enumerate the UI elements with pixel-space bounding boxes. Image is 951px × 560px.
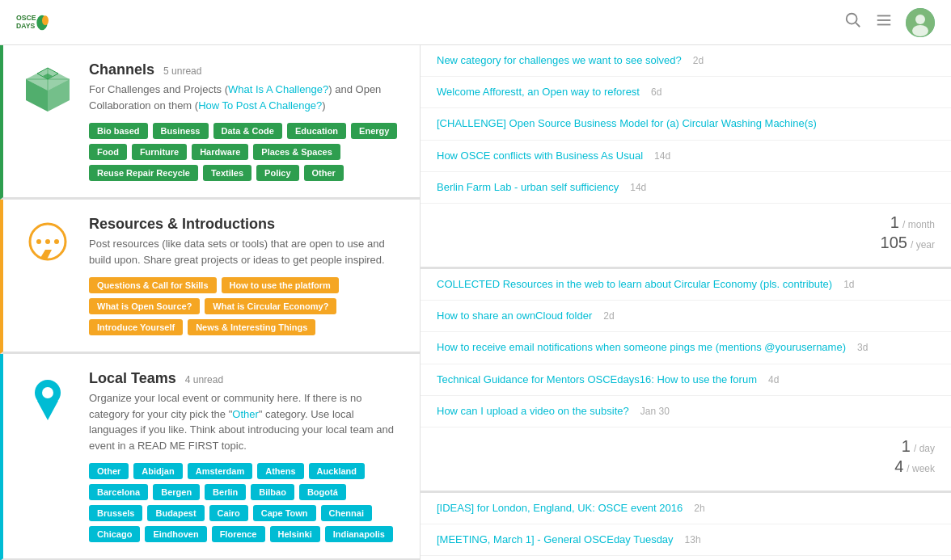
tag-what-is-open-source?[interactable]: What is Open Source? <box>89 298 200 314</box>
topic-time: 2d <box>693 55 704 66</box>
channels-topics-section: New category for challenges we want to s… <box>421 45 951 269</box>
topic-content: Technical Guidance for Mentors OSCEdays1… <box>437 373 779 387</box>
topic-item[interactable]: [MEETING, March 1] - General OSCEday Tue… <box>421 524 951 556</box>
topic-link[interactable]: Technical Guidance for Mentors OSCEdays1… <box>437 373 757 387</box>
topic-item[interactable]: Technical Guidance for Mentors OSCEdays1… <box>421 364 951 396</box>
tag-chicago[interactable]: Chicago <box>89 526 140 542</box>
topic-item[interactable]: How to share an ownCloud folder 2d <box>421 301 951 332</box>
tag-other[interactable]: Other <box>304 165 344 181</box>
channels-icon <box>19 61 76 181</box>
other-link[interactable]: Other <box>232 408 259 420</box>
tag-energy[interactable]: Energy <box>351 123 397 139</box>
local-teams-content: Local Teams 4 unread Organize your local… <box>89 370 404 542</box>
svg-point-11 <box>912 25 928 36</box>
topic-link[interactable]: New category for challenges we want to s… <box>437 53 682 68</box>
topic-item[interactable]: Welcome Afforestt, an Open way to refore… <box>421 77 951 108</box>
tag-bilbao[interactable]: Bilbao <box>251 484 294 500</box>
topic-link[interactable]: How OSCE conflicts with Business As Usua… <box>437 149 643 163</box>
resources-description: Post resources (like data sets or tools)… <box>89 236 404 267</box>
what-is-challenge-link[interactable]: What Is A Challenge? <box>228 83 328 95</box>
topic-item[interactable]: How OSCE conflicts with Business As Usua… <box>421 141 951 172</box>
tag-cape-town[interactable]: Cape Town <box>253 505 316 521</box>
svg-text:DAYS: DAYS <box>16 21 35 29</box>
tag-auckland[interactable]: Auckland <box>309 463 366 479</box>
tag-furniture[interactable]: Furniture <box>132 144 187 160</box>
topic-link[interactable]: [IDEAS] for London, England, UK: OSCE ev… <box>437 501 683 516</box>
tag-data-&-code[interactable]: Data & Code <box>213 123 282 139</box>
topic-item[interactable]: Berlin Farm Lab - urban self sufficiency… <box>421 172 951 204</box>
topic-item[interactable]: New category for challenges we want to s… <box>421 45 951 77</box>
tag-chennai[interactable]: Chennai <box>321 505 372 521</box>
tag-news-&-interesting-things[interactable]: News & Interesting Things <box>188 319 315 335</box>
topic-link[interactable]: How to receive email notifications when … <box>437 340 846 355</box>
tag-cairo[interactable]: Cairo <box>209 505 248 521</box>
tag-textiles[interactable]: Textiles <box>203 165 251 181</box>
tag-abidjan[interactable]: Abidjan <box>133 463 182 479</box>
stat-unit: / day <box>914 443 935 454</box>
topic-item[interactable]: COLLECTED Resources in the web to learn … <box>421 269 951 301</box>
tag-hardware[interactable]: Hardware <box>192 144 248 160</box>
topic-content: Welcome Afforestt, an Open way to refore… <box>437 85 661 99</box>
tag-places-&-spaces[interactable]: Places & Spaces <box>253 144 340 160</box>
tag-education[interactable]: Education <box>287 123 346 139</box>
topic-item[interactable]: [CHALLENGE] Open Source Business Model f… <box>421 108 951 140</box>
svg-point-4 <box>847 14 857 24</box>
tag-bogotá[interactable]: Bogotá <box>299 484 346 500</box>
channels-content: Channels 5 unread For Challenges and Pro… <box>89 61 404 181</box>
tag-indianapolis[interactable]: Indianapolis <box>325 526 393 542</box>
local-teams-topics-section: [IDEAS] for London, England, UK: OSCE ev… <box>421 493 951 560</box>
topic-link[interactable]: Welcome Afforestt, an Open way to refore… <box>437 85 640 99</box>
resources-topics-list: COLLECTED Resources in the web to learn … <box>421 269 951 427</box>
topic-item[interactable]: Shaping Global Value Creation: Plenary M… <box>421 556 951 560</box>
tag-athens[interactable]: Athens <box>257 463 303 479</box>
channels-description: For Challenges and Projects (What Is A C… <box>89 82 404 113</box>
search-icon[interactable] <box>844 11 862 33</box>
header: OSCE DAYS <box>0 0 951 45</box>
topic-item[interactable]: How to receive email notifications when … <box>421 332 951 364</box>
topic-content: [CHALLENGE] Open Source Business Model f… <box>437 116 935 131</box>
tag-berlin[interactable]: Berlin <box>205 484 246 500</box>
topic-link[interactable]: How to share an ownCloud folder <box>437 309 592 323</box>
tag-bergen[interactable]: Bergen <box>153 484 200 500</box>
tag-barcelona[interactable]: Barcelona <box>89 484 148 500</box>
svg-marker-26 <box>37 401 58 420</box>
avatar[interactable] <box>906 8 935 37</box>
logo[interactable]: OSCE DAYS <box>16 6 49 39</box>
topic-content: [IDEAS] for London, England, UK: OSCE ev… <box>437 501 705 516</box>
topic-item[interactable]: [IDEAS] for London, England, UK: OSCE ev… <box>421 493 951 524</box>
topic-time: 14d <box>654 150 670 162</box>
topic-link[interactable]: [CHALLENGE] Open Source Business Model f… <box>437 117 817 129</box>
how-to-post-link[interactable]: How To Post A Challenge? <box>198 99 322 112</box>
topic-link[interactable]: Berlin Farm Lab - urban self sufficiency <box>437 180 619 195</box>
menu-icon[interactable] <box>875 11 893 33</box>
tag-bio-based[interactable]: Bio based <box>89 123 148 139</box>
stat-unit: / year <box>911 239 935 251</box>
tag-other[interactable]: Other <box>89 463 129 479</box>
topic-link[interactable]: How can I upload a video on the subsite? <box>437 404 629 419</box>
tag-how-to-use-the-platform[interactable]: How to use the platform <box>222 277 339 293</box>
left-panel: Channels 5 unread For Challenges and Pro… <box>0 45 421 560</box>
tag-food[interactable]: Food <box>89 144 127 160</box>
stat-line: 4 / week <box>894 457 935 476</box>
tag-helsinki[interactable]: Helsinki <box>270 526 320 542</box>
topic-time: 2h <box>694 503 704 514</box>
topic-item[interactable]: How can I upload a video on the subsite?… <box>421 396 951 427</box>
header-icons <box>844 8 935 37</box>
tag-what-is-circular-economy?[interactable]: What is Circular Economy? <box>205 298 336 314</box>
tag-eindhoven[interactable]: Eindhoven <box>145 526 206 542</box>
tag-budapest[interactable]: Budapest <box>147 505 204 521</box>
topic-link[interactable]: COLLECTED Resources in the web to learn … <box>437 277 832 292</box>
svg-marker-24 <box>40 250 52 259</box>
tag-business[interactable]: Business <box>153 123 209 139</box>
tag-florence[interactable]: Florence <box>212 526 265 542</box>
tag-reuse-repair-recycle[interactable]: Reuse Repair Recycle <box>89 165 198 181</box>
tag-brussels[interactable]: Brussels <box>89 505 142 521</box>
tag-questions-&-call-for-skills[interactable]: Questions & Call for Skills <box>89 277 217 293</box>
topic-link[interactable]: [MEETING, March 1] - General OSCEday Tue… <box>437 533 674 547</box>
svg-text:OSCE: OSCE <box>16 14 36 22</box>
tag-policy[interactable]: Policy <box>256 165 298 181</box>
svg-line-5 <box>856 23 860 27</box>
tag-introduce-yourself[interactable]: Introduce Yourself <box>89 319 183 335</box>
tag-amsterdam[interactable]: Amsterdam <box>188 463 253 479</box>
stat-value: 4 <box>894 457 903 476</box>
